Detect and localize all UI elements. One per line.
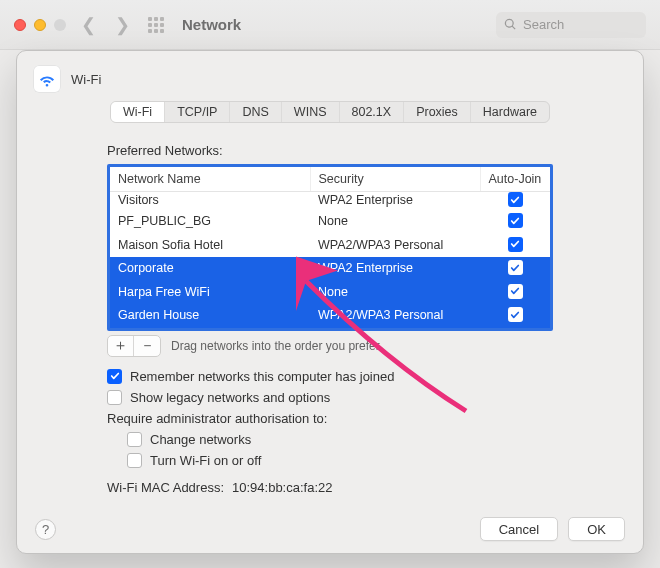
network-name-cell: Maison Sofia Hotel [110,234,310,258]
zoom-window-button[interactable] [54,19,66,31]
search-input[interactable]: Search [496,12,646,38]
tab-wins[interactable]: WINS [282,102,340,122]
table-row[interactable]: PF_PUBLIC_BGNone [110,210,550,234]
tab-8021x[interactable]: 802.1X [340,102,405,122]
cancel-button[interactable]: Cancel [480,517,558,541]
show-legacy-checkbox[interactable]: Show legacy networks and options [107,390,553,405]
checkbox-icon [127,453,142,468]
preferred-networks-label: Preferred Networks: [107,143,553,158]
preferred-networks-table[interactable]: Network Name Security Auto-Join Visitors… [107,164,553,331]
table-row[interactable]: Garden HouseWPA2/WPA3 Personal [110,304,550,328]
ok-button[interactable]: OK [568,517,625,541]
checkbox-icon [107,390,122,405]
window-title: Network [182,16,241,33]
network-name-cell: Visitors [110,192,310,211]
autojoin-checkbox[interactable] [508,192,523,207]
remember-networks-checkbox[interactable]: Remember networks this computer has join… [107,369,553,384]
autojoin-checkbox[interactable] [508,307,523,322]
network-security-cell: WPA2 Enterprise [310,257,480,281]
add-network-button[interactable]: ＋ [108,336,134,356]
forward-button[interactable]: ❯ [110,14,134,36]
minimize-window-button[interactable] [34,19,46,31]
network-name-cell: Garden House [110,304,310,328]
network-name-cell: Corporate [110,257,310,281]
show-legacy-label: Show legacy networks and options [130,390,330,405]
back-button[interactable]: ❮ [76,14,100,36]
admin-auth-label: Require administrator authorisation to: [107,411,553,426]
show-all-button[interactable] [144,14,168,36]
admin-change-networks-checkbox[interactable]: Change networks [107,432,553,447]
network-security-cell: WPA2 Enterprise [310,192,480,211]
add-remove-group: ＋ － [107,335,161,357]
tab-hardware[interactable]: Hardware [471,102,549,122]
network-security-cell: None [310,281,480,305]
network-security-cell: None [310,210,480,234]
table-row[interactable]: CorporateWPA2 Enterprise [110,257,550,281]
apps-grid-icon [148,17,164,33]
tab-tcpip[interactable]: TCP/IP [165,102,230,122]
help-button[interactable]: ? [35,519,56,540]
wifi-icon [33,65,61,93]
search-icon [504,18,517,31]
autojoin-checkbox[interactable] [508,260,523,275]
mac-address-label: Wi-Fi MAC Address: [107,480,224,495]
checkbox-icon [107,369,122,384]
col-security[interactable]: Security [310,167,480,192]
window-controls [14,19,66,31]
tab-dns[interactable]: DNS [230,102,281,122]
tab-wifi[interactable]: Wi-Fi [111,102,165,122]
table-row[interactable]: Maison Sofia HotelWPA2/WPA3 Personal [110,234,550,258]
network-name-cell: Harpa Free WiFi [110,281,310,305]
tabs: Wi-FiTCP/IPDNSWINS802.1XProxiesHardware [110,101,550,123]
col-autojoin[interactable]: Auto-Join [480,167,550,192]
search-placeholder: Search [523,17,564,32]
admin-turn-wifi-checkbox[interactable]: Turn Wi-Fi on or off [107,453,553,468]
wifi-settings-sheet: Wi-Fi Wi-FiTCP/IPDNSWINS802.1XProxiesHar… [16,50,644,554]
network-name-cell: PF_PUBLIC_BG [110,210,310,234]
table-row[interactable]: VisitorsWPA2 Enterprise [110,192,550,211]
remove-network-button[interactable]: － [134,336,160,356]
mac-address-value: 10:94:bb:ca:fa:22 [232,480,332,495]
sheet-title: Wi-Fi [71,72,101,87]
tab-proxies[interactable]: Proxies [404,102,471,122]
col-network-name[interactable]: Network Name [110,167,310,192]
table-row[interactable]: Harpa Free WiFiNone [110,281,550,305]
remember-networks-label: Remember networks this computer has join… [130,369,394,384]
autojoin-checkbox[interactable] [508,237,523,252]
admin-change-label: Change networks [150,432,251,447]
titlebar: ❮ ❯ Network Search [0,0,660,50]
checkbox-icon [127,432,142,447]
autojoin-checkbox[interactable] [508,213,523,228]
admin-wifi-label: Turn Wi-Fi on or off [150,453,261,468]
autojoin-checkbox[interactable] [508,284,523,299]
close-window-button[interactable] [14,19,26,31]
network-security-cell: WPA2/WPA3 Personal [310,234,480,258]
network-security-cell: WPA2/WPA3 Personal [310,304,480,328]
drag-hint: Drag networks into the order you prefer. [171,339,382,353]
